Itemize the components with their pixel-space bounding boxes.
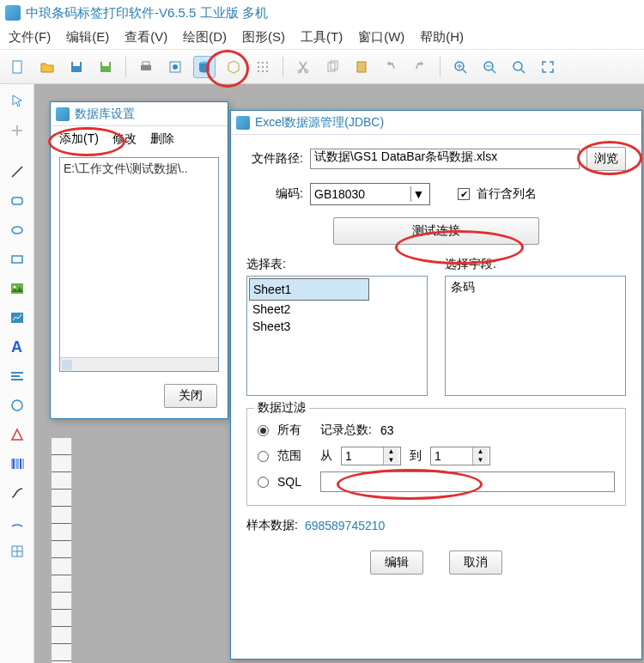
menu-view[interactable]: 查看(V) <box>125 29 167 46</box>
print-icon[interactable] <box>135 56 157 78</box>
pointer-tool-icon[interactable] <box>5 89 29 113</box>
barcode-tool-icon[interactable] <box>5 452 29 476</box>
rounded-rect-tool-icon[interactable] <box>5 189 29 213</box>
filter-all-radio[interactable] <box>258 425 269 436</box>
cut-icon[interactable] <box>292 56 314 78</box>
data-filter-legend: 数据过滤 <box>254 400 309 416</box>
range-to-input[interactable] <box>431 447 472 465</box>
db-dialog-title: 数据库设置 <box>75 106 135 122</box>
browse-button[interactable]: 浏览 <box>586 147 626 171</box>
svg-rect-5 <box>141 65 151 70</box>
filter-sql-label: SQL <box>277 475 312 489</box>
save-icon[interactable] <box>65 56 88 78</box>
db-source-item[interactable]: E:\工作文件\测试数据\.. <box>64 161 215 177</box>
menu-help[interactable]: 帮助(H) <box>420 29 464 46</box>
menu-bar: 文件(F) 编辑(E) 查看(V) 绘图(D) 图形(S) 工具(T) 窗口(W… <box>0 26 644 50</box>
filter-range-label: 范围 <box>277 448 312 464</box>
cube-icon[interactable] <box>222 56 245 78</box>
excel-dialog-icon <box>236 116 250 130</box>
record-count-label: 记录总数: <box>320 423 372 438</box>
field-item[interactable]: 条码 <box>447 278 623 297</box>
curve-tool-icon[interactable] <box>5 481 29 505</box>
range-to-spinner[interactable]: ▲▼ <box>430 447 490 465</box>
svg-rect-6 <box>143 62 149 65</box>
db-modify-button[interactable]: 修改 <box>112 131 137 147</box>
range-from-input[interactable] <box>342 447 383 465</box>
save-as-icon[interactable] <box>94 56 117 78</box>
grid-icon[interactable] <box>252 56 274 78</box>
encoding-select[interactable]: GB18030 ▼ <box>310 183 430 205</box>
zoom-out-icon[interactable] <box>478 56 501 78</box>
arc-tool-icon[interactable] <box>5 510 29 534</box>
db-close-button[interactable]: 关闭 <box>164 384 217 408</box>
line-tool-icon[interactable] <box>5 160 29 184</box>
open-icon[interactable] <box>36 56 58 78</box>
range-to-label: 到 <box>410 448 422 464</box>
first-row-header-checkbox[interactable]: ✔ <box>458 188 470 200</box>
svg-point-14 <box>262 66 264 68</box>
svg-rect-23 <box>357 62 366 72</box>
image-tool-icon[interactable] <box>5 277 29 301</box>
menu-edit[interactable]: 编辑(E) <box>66 29 109 46</box>
pan-tool-icon[interactable] <box>5 119 29 143</box>
svg-rect-0 <box>13 61 21 73</box>
range-from-label: 从 <box>320 448 332 464</box>
db-add-button[interactable]: 添加(T) <box>59 131 99 147</box>
data-filter-group: 数据过滤 所有 记录总数: 63 范围 从 ▲▼ 到 ▲▼ SQL <box>246 408 626 506</box>
sheet-item[interactable]: Sheet2 <box>249 301 425 318</box>
fullscreen-icon[interactable] <box>537 56 559 78</box>
circle-tool-icon[interactable] <box>5 393 29 417</box>
horizontal-scrollbar[interactable] <box>60 357 218 371</box>
encoding-label: 编码: <box>246 186 303 202</box>
menu-window[interactable]: 窗口(W) <box>358 29 404 46</box>
table-listbox[interactable]: Sheet1 Sheet2 Sheet3 <box>246 276 428 396</box>
svg-point-16 <box>258 70 259 72</box>
db-source-list[interactable]: E:\工作文件\测试数据\.. <box>59 157 219 372</box>
first-row-header-label: 首行含列名 <box>477 186 537 202</box>
filter-sql-radio[interactable] <box>258 477 269 488</box>
ellipse-tool-icon[interactable] <box>5 218 29 242</box>
db-dialog-icon <box>56 107 70 121</box>
svg-point-11 <box>262 62 264 64</box>
redo-icon[interactable] <box>409 56 431 78</box>
db-dialog-titlebar[interactable]: 数据库设置 <box>51 102 228 126</box>
filter-range-radio[interactable] <box>258 451 269 462</box>
svg-point-12 <box>266 62 268 64</box>
svg-line-27 <box>12 167 22 177</box>
excel-dialog-titlebar[interactable]: Excel数据源管理(JDBC) <box>231 111 641 135</box>
richtext-tool-icon[interactable] <box>5 364 29 388</box>
db-settings-dialog: 数据库设置 添加(T) 修改 删除 E:\工作文件\测试数据\.. 关闭 <box>50 101 228 419</box>
zoom-in-icon[interactable] <box>449 56 471 78</box>
text-tool-icon[interactable]: A <box>5 335 29 359</box>
file-path-label: 文件路径: <box>246 151 303 167</box>
svg-point-32 <box>13 286 15 289</box>
range-from-spinner[interactable]: ▲▼ <box>341 447 401 465</box>
test-connection-button[interactable]: 测试连接 <box>333 217 539 245</box>
menu-shape[interactable]: 图形(S) <box>242 29 285 46</box>
chart-tool-icon[interactable] <box>5 306 29 330</box>
preview-icon[interactable] <box>164 56 186 78</box>
field-listbox[interactable]: 条码 <box>445 276 626 396</box>
cancel-button[interactable]: 取消 <box>449 550 502 575</box>
sheet-item[interactable]: Sheet1 <box>249 278 369 301</box>
db-delete-button[interactable]: 删除 <box>150 131 174 147</box>
rect-tool-icon[interactable] <box>5 247 29 271</box>
menu-file[interactable]: 文件(F) <box>9 29 51 46</box>
edit-button[interactable]: 编辑 <box>370 550 423 575</box>
zoom-fit-icon[interactable] <box>507 56 530 78</box>
grid-tool-icon[interactable] <box>5 539 29 563</box>
triangle-tool-icon[interactable] <box>5 423 29 447</box>
svg-point-18 <box>266 70 268 72</box>
new-icon[interactable] <box>7 56 29 78</box>
file-path-input[interactable]: 试数据\GS1 DataBar条码数据.xlsx <box>310 149 580 169</box>
copy-icon[interactable] <box>321 56 343 78</box>
app-title: 中琅条码标签打印软件-V6.5.5 工业版 多机 <box>26 5 268 21</box>
svg-point-37 <box>12 400 22 411</box>
menu-draw[interactable]: 绘图(D) <box>183 29 227 46</box>
menu-tool[interactable]: 工具(T) <box>301 29 343 46</box>
paste-icon[interactable] <box>350 56 373 78</box>
sheet-item[interactable]: Sheet3 <box>249 318 425 335</box>
sql-input[interactable] <box>320 471 615 492</box>
undo-icon[interactable] <box>380 56 402 78</box>
database-icon[interactable] <box>193 56 216 78</box>
